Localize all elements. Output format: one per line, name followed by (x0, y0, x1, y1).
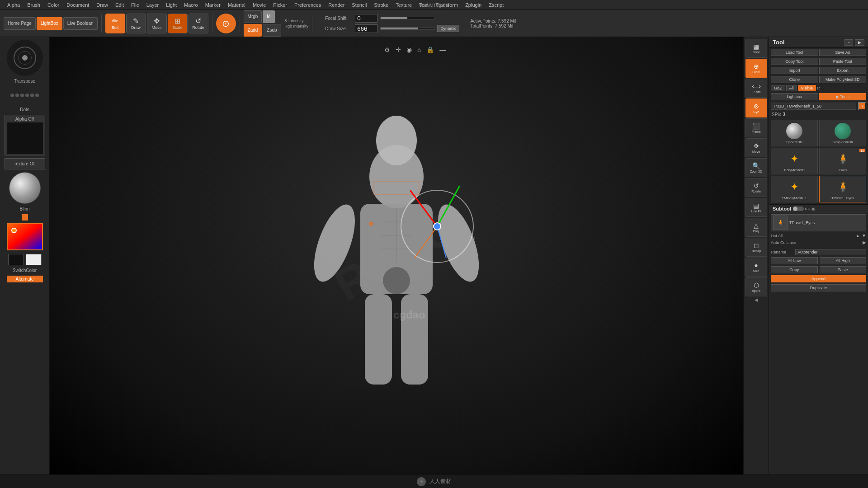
menu-item-brush[interactable]: Brush (24, 1, 44, 9)
menu-item-draw[interactable]: Draw (93, 1, 112, 9)
save-as-button[interactable]: Save As (819, 49, 867, 56)
gradient-white[interactable] (26, 254, 42, 265)
home-icon[interactable]: ⌂ (417, 46, 421, 53)
color-picker[interactable] (7, 223, 43, 250)
import-button[interactable]: Import (771, 67, 818, 74)
make-polymesh-button[interactable]: Make PolyMesh3D (819, 76, 867, 83)
subtool-item-tpose1eyes[interactable]: 🧍 TPose1_Eyes (771, 214, 866, 231)
auto-collapse-arrow[interactable]: ▶ (863, 240, 866, 245)
active-brush-icon[interactable]: ⊙ (216, 14, 236, 33)
tool-item-tmpolymesh[interactable]: ✦ TMPolyMesh_1 (771, 176, 818, 202)
lock-icon[interactable]: 🔒 (426, 46, 434, 53)
strip-btn-poly[interactable]: △Poly (745, 218, 767, 237)
strip-btn-floor[interactable]: ▦Floor (745, 39, 767, 58)
move-button[interactable]: ✥ Move (147, 14, 167, 33)
visible-button[interactable]: Visible (798, 85, 816, 91)
strip-btn-gyz[interactable]: ⊗Gyz (745, 99, 767, 117)
menu-item-material[interactable]: Material (224, 1, 249, 9)
strip-collapse-arrow[interactable]: ◀ (755, 297, 758, 302)
menu-item-picker[interactable]: Picker (269, 1, 291, 9)
mrgb-button[interactable]: Mrgb (244, 10, 262, 23)
paste-tool-button[interactable]: Paste Tool (819, 58, 867, 65)
menu-item-marker[interactable]: Marker (202, 1, 224, 9)
draw-size-input[interactable] (355, 24, 377, 33)
all-low-button[interactable]: All Low (771, 257, 818, 264)
tool-item-sphere3d[interactable]: Sphere3D (771, 120, 818, 146)
duplicate-button[interactable]: Duplicate (771, 284, 866, 291)
focal-shift-input[interactable] (355, 14, 377, 23)
crosshair-icon[interactable]: ✛ (396, 46, 401, 53)
all-button[interactable]: All (786, 85, 797, 91)
canvas-area[interactable]: RRCG (50, 37, 743, 474)
menu-item-stencil[interactable]: Stencil (348, 1, 370, 9)
copy-tool-button[interactable]: Copy Tool (771, 58, 818, 65)
tool-item-simplebrush[interactable]: SimpleBrush (819, 120, 866, 146)
location-icon[interactable]: ◉ (406, 46, 412, 53)
tool-item-eyes[interactable]: 13 🧍 Eyes (819, 148, 866, 174)
menu-item-preferences[interactable]: Preferences (291, 1, 325, 9)
tool-item-polymesh3d[interactable]: ✦ PolyMesh3D (771, 148, 818, 174)
dash-icon[interactable]: — (439, 46, 446, 53)
strip-btn-transp[interactable]: ◻Transp (745, 238, 767, 257)
export-button[interactable]: Export (819, 67, 867, 74)
strip-btn-solo[interactable]: ●Solo (745, 258, 767, 277)
rotate-button[interactable]: ↺ Rotate (189, 14, 208, 33)
alpha-off-panel[interactable]: Alpha Off (5, 115, 45, 155)
transpose-widget[interactable] (7, 40, 43, 76)
menu-item-alpha[interactable]: Alpha (4, 1, 24, 9)
tools-button[interactable]: ▶ Tools (819, 93, 867, 100)
live-boolean-button[interactable]: Live Boolean (63, 17, 98, 30)
copy-bottom-button[interactable]: Copy (771, 266, 818, 273)
menu-item-stroke[interactable]: Stroke (370, 1, 392, 9)
strip-btn-rotate[interactable]: ↺Rotate (745, 178, 767, 197)
alternate-button[interactable]: Alternate (7, 276, 43, 282)
menu-item-layer[interactable]: Layer (143, 1, 163, 9)
menu-item-macro[interactable]: Macro (180, 1, 202, 9)
strip-btn-frame[interactable]: ⬛Frame (745, 118, 767, 137)
clone-button[interactable]: Clone (771, 76, 818, 83)
material-ball[interactable] (9, 172, 41, 204)
strip-btn-local[interactable]: ⊕Local (745, 59, 767, 78)
menu-item-edit[interactable]: Edit (112, 1, 127, 9)
goz-button[interactable]: GoZ (771, 85, 785, 91)
menu-item-light[interactable]: Light (162, 1, 180, 9)
menu-item-file[interactable]: File (127, 1, 143, 9)
zadd-button[interactable]: Zadd (244, 24, 262, 37)
home-page-button[interactable]: Home Page (4, 17, 36, 30)
rename-input[interactable] (795, 249, 866, 255)
list-down-arrow[interactable]: ▼ (862, 233, 866, 238)
menu-item-color[interactable]: Color (44, 1, 63, 9)
menu-item-movie[interactable]: Movie (249, 1, 269, 9)
focal-shift-slider[interactable] (380, 17, 434, 19)
append-button[interactable]: Append (771, 275, 866, 282)
load-tool-button[interactable]: Load Tool (771, 49, 818, 56)
edit-button[interactable]: ✏ Edit (105, 14, 125, 33)
draw-size-slider[interactable] (380, 27, 434, 30)
menu-item-render[interactable]: Render (325, 1, 348, 9)
panel-minimize[interactable]: − (844, 39, 853, 46)
menu-item-zplugin[interactable]: Zplugin (462, 1, 485, 9)
m-button[interactable]: M (263, 10, 274, 23)
menu-item-zscript[interactable]: Zscript (485, 1, 507, 9)
panel-expand[interactable]: ▶ (855, 39, 864, 46)
list-up-arrow[interactable]: ▲ (855, 233, 860, 238)
tool-item-tpose1eyes[interactable]: 🧍 TPose1_Eyes (819, 176, 866, 202)
menu-item-texture[interactable]: Texture (392, 1, 415, 9)
gradient-black[interactable] (8, 254, 24, 265)
strip-btn-zoom3d[interactable]: 🔍Zoom3D (745, 158, 767, 177)
draw-button[interactable]: ✎ Draw (126, 14, 146, 33)
scale-button[interactable]: ⊞ Scale (168, 14, 188, 33)
menu-item-document[interactable]: Document (63, 1, 93, 9)
texture-off-panel[interactable]: Texture Off (5, 158, 45, 169)
paste-bottom-button[interactable]: Paste (820, 266, 867, 273)
strip-btn-appro[interactable]: ⬡Appro (745, 277, 767, 296)
subtool-toggle[interactable]: ● R ▣ (793, 206, 815, 211)
tool-mesh-r-button[interactable]: R (858, 102, 867, 110)
strip-btn-line-fil[interactable]: ▤Line Fil (745, 198, 767, 217)
settings-icon[interactable]: ⚙ (384, 46, 390, 53)
dynamic-button[interactable]: Dynamic (437, 25, 459, 32)
strip-btn-move[interactable]: ✥Move (745, 138, 767, 157)
strip-btn-l.sym[interactable]: ⟺L.Sym (745, 79, 767, 98)
lightbox-button-panel[interactable]: Lightbox (771, 93, 818, 100)
zsub-button[interactable]: Zsub (263, 24, 281, 37)
